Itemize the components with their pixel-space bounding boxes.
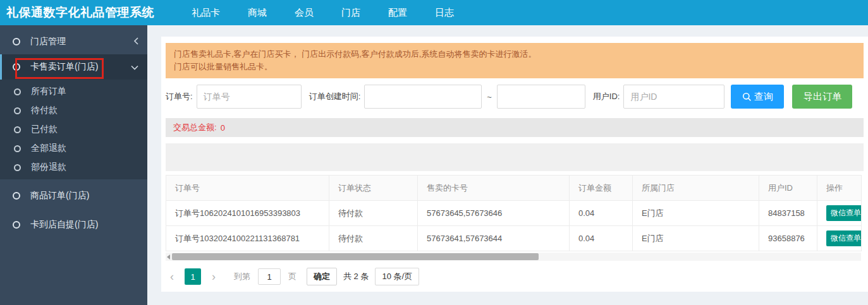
sidebar-subitem-paid[interactable]: 已付款 xyxy=(0,120,147,139)
created-time-end-input[interactable] xyxy=(497,85,585,109)
sidebar: 门店管理 卡售卖订单(门店) 所有订单 待 xyxy=(0,25,147,305)
col-store: 所属门店 xyxy=(633,176,759,201)
circle-bullet-icon xyxy=(14,145,21,152)
wechat-query-button[interactable]: 微信查单 xyxy=(826,205,862,221)
sidebar-subitem-pending-payment[interactable]: 待付款 xyxy=(0,101,147,120)
total-amount-bar: 交易总金额: 0 xyxy=(166,118,864,137)
nav-item-config[interactable]: 配置 xyxy=(379,0,416,25)
cell-status: 待付款 xyxy=(329,226,418,251)
sidebar-subitem-label: 已付款 xyxy=(31,124,58,135)
goto-label: 到第 xyxy=(234,271,250,282)
scroll-left-arrow-icon[interactable] xyxy=(167,254,170,260)
wechat-query-button[interactable]: 微信查单 xyxy=(826,230,862,246)
col-amount: 订单金额 xyxy=(570,176,633,201)
pagination-bar: ‹ 1 › 到第 页 确定 共 2 条 10 条/页 xyxy=(166,267,864,286)
nav-item-gift-card[interactable]: 礼品卡 xyxy=(183,0,229,25)
cell-order-no: 订单号1062024101016953393803 xyxy=(166,201,329,226)
circle-bullet-icon xyxy=(13,221,20,229)
total-amount-value: 0 xyxy=(221,123,225,133)
sidebar-item-store-manage[interactable]: 门店管理 xyxy=(0,29,147,54)
sidebar-subitem-partial-refund[interactable]: 部份退款 xyxy=(0,158,147,177)
sidebar-subitem-full-refund[interactable]: 全部退款 xyxy=(0,139,147,158)
cell-action: 微信查单 xyxy=(817,201,862,226)
notice-line2: 门店可以批量销售礼品卡。 xyxy=(174,61,855,73)
next-page-button[interactable]: › xyxy=(207,270,220,284)
col-status: 订单状态 xyxy=(329,176,418,201)
cell-store: E门店 xyxy=(633,226,759,251)
search-button-label: 查询 xyxy=(754,91,773,103)
order-no-label: 订单号: xyxy=(166,91,193,102)
order-no-input[interactable] xyxy=(197,85,302,109)
filter-bar: 订单号: 订单创建时间: ~ 用户ID: 查询 导出订单 xyxy=(166,84,864,109)
sidebar-item-label: 商品订单(门店) xyxy=(30,190,89,201)
app-title: 礼保通数字化礼品管理系统 xyxy=(0,4,154,21)
circle-bullet-icon xyxy=(14,107,21,114)
nav-item-mall[interactable]: 商城 xyxy=(239,0,276,25)
notice-line1: 门店售卖礼品卡,客户在门店买卡， 门店出示付款码,客户付款成功后,系统自动将售卖… xyxy=(174,48,855,61)
app-root: 礼保通数字化礼品管理系统 礼品卡 商城 会员 门店 配置 日志 门店管理 卡售卖… xyxy=(0,0,868,305)
cell-user-id: 93658876 xyxy=(759,226,817,251)
cell-status: 待付款 xyxy=(329,201,418,226)
col-order-no: 订单号 xyxy=(166,176,329,201)
sidebar-subitem-label: 待付款 xyxy=(31,105,58,116)
chevron-down-icon xyxy=(131,63,138,72)
notice-banner: 门店售卖礼品卡,客户在门店买卡， 门店出示付款码,客户付款成功后,系统自动将售卖… xyxy=(166,43,864,78)
goto-page-input[interactable] xyxy=(258,268,281,285)
sidebar-subitem-all-orders[interactable]: 所有订单 xyxy=(0,82,147,101)
orders-table: 订单号 订单状态 售卖的卡号 订单金额 所属门店 用户ID 操作 订单号1062… xyxy=(166,175,862,251)
toolbar-strip xyxy=(166,143,864,171)
cell-amount: 0.04 xyxy=(570,201,633,226)
chevron-left-icon xyxy=(133,37,138,47)
page-unit-label: 页 xyxy=(288,271,296,282)
search-icon xyxy=(742,92,752,102)
circle-bullet-icon xyxy=(13,63,20,71)
sidebar-subitem-label: 部份退款 xyxy=(31,162,66,173)
cell-user-id: 84837158 xyxy=(759,201,817,226)
circle-bullet-icon xyxy=(13,38,20,45)
total-count-text: 共 2 条 xyxy=(343,271,369,282)
sidebar-subitem-label: 所有订单 xyxy=(31,86,66,97)
table-row: 订单号1032024100221131368781 待付款 57673641,5… xyxy=(166,226,862,251)
circle-bullet-icon xyxy=(14,164,21,171)
cell-cards: 57673645,57673646 xyxy=(418,201,570,226)
col-user-id: 用户ID xyxy=(759,176,817,201)
sidebar-item-label: 卡售卖订单(门店) xyxy=(30,61,98,73)
current-page-button[interactable]: 1 xyxy=(185,268,201,285)
range-separator: ~ xyxy=(487,92,492,102)
created-time-label: 订单创建时间: xyxy=(309,91,361,102)
cell-action: 微信查单 xyxy=(817,226,862,251)
sidebar-subitem-label: 全部退款 xyxy=(31,143,66,154)
cell-cards: 57673641,57673644 xyxy=(418,226,570,251)
page-size-select[interactable]: 10 条/页 xyxy=(375,268,419,285)
sidebar-submenu: 所有订单 待付款 已付款 全部退款 部份退款 xyxy=(0,80,147,179)
cell-store: E门店 xyxy=(633,201,759,226)
scrollbar-thumb[interactable] xyxy=(172,253,539,260)
sidebar-item-card-pickup[interactable]: 卡到店自提(门店) xyxy=(0,212,147,237)
user-id-input[interactable] xyxy=(623,85,724,109)
nav-item-log[interactable]: 日志 xyxy=(426,0,463,25)
search-button[interactable]: 查询 xyxy=(731,85,784,109)
sidebar-item-label: 门店管理 xyxy=(30,36,66,47)
prev-page-button[interactable]: ‹ xyxy=(166,270,178,284)
sidebar-item-label: 卡到店自提(门店) xyxy=(30,219,98,230)
export-button-label: 导出订单 xyxy=(804,91,841,103)
created-time-start-input[interactable] xyxy=(364,85,482,109)
export-orders-button[interactable]: 导出订单 xyxy=(792,85,852,109)
circle-bullet-icon xyxy=(14,126,21,133)
content-card: 门店售卖礼品卡,客户在门店买卡， 门店出示付款码,客户付款成功后,系统自动将售卖… xyxy=(161,37,868,292)
sidebar-item-card-sell-orders[interactable]: 卡售卖订单(门店) xyxy=(0,54,147,80)
col-action: 操作 xyxy=(817,176,862,201)
circle-bullet-icon xyxy=(13,192,20,200)
confirm-page-button[interactable]: 确定 xyxy=(307,268,337,285)
table-header-row: 订单号 订单状态 售卖的卡号 订单金额 所属门店 用户ID 操作 xyxy=(166,176,862,201)
nav-item-member[interactable]: 会员 xyxy=(286,0,322,25)
nav-item-store[interactable]: 门店 xyxy=(333,0,369,25)
cell-amount: 0.04 xyxy=(570,226,633,251)
top-nav: 礼品卡 商城 会员 门店 配置 日志 xyxy=(183,0,473,25)
cell-order-no: 订单号1032024100221131368781 xyxy=(166,226,329,251)
sidebar-item-goods-orders[interactable]: 商品订单(门店) xyxy=(0,183,147,208)
horizontal-scrollbar[interactable] xyxy=(166,253,861,261)
circle-bullet-icon xyxy=(14,88,21,95)
app-header: 礼保通数字化礼品管理系统 礼品卡 商城 会员 门店 配置 日志 xyxy=(0,0,868,25)
main-content: 门店售卖礼品卡,客户在门店买卡， 门店出示付款码,客户付款成功后,系统自动将售卖… xyxy=(147,25,868,305)
